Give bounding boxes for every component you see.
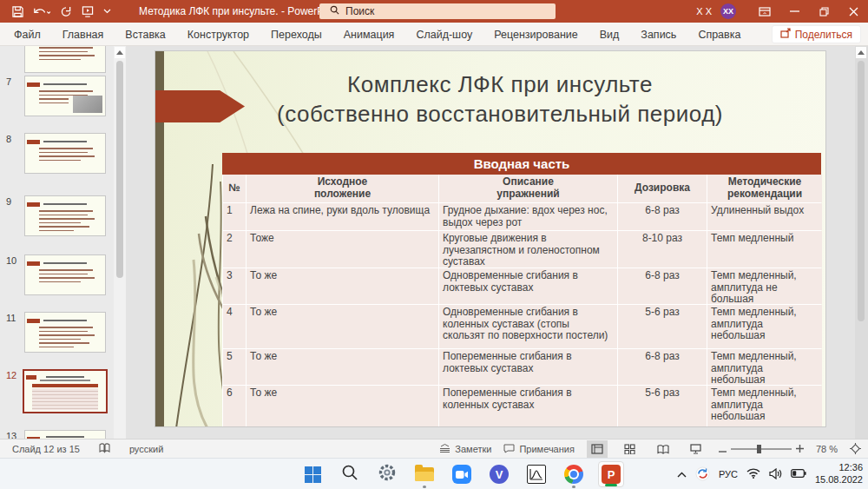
avatar[interactable]: XX <box>720 3 736 19</box>
thumbnail-content-line <box>46 376 84 378</box>
thumbnail-content-line <box>27 261 40 266</box>
start-slideshow-icon[interactable] <box>82 6 94 17</box>
thumbnail-content-line <box>39 90 93 92</box>
start-button[interactable] <box>299 461 326 487</box>
notes-button[interactable]: Заметки <box>439 444 491 455</box>
table-cell: То же <box>247 386 438 427</box>
zoom-slider[interactable] <box>731 448 792 450</box>
thumbnail-scrollbar[interactable] <box>114 46 126 439</box>
zoom-level[interactable]: 78 % <box>816 444 838 454</box>
comments-button[interactable]: Примечания <box>503 444 575 455</box>
folder-icon <box>415 467 434 481</box>
slide-number-indicator[interactable]: Слайд 12 из 15 <box>12 444 80 454</box>
v-app-button[interactable]: V <box>486 461 512 487</box>
reading-view-button[interactable] <box>653 440 674 458</box>
tray-chevron-icon[interactable] <box>677 469 687 479</box>
thumbnail-number-13: 13 <box>6 431 16 439</box>
close-button[interactable] <box>838 0 868 23</box>
scroll-up-icon[interactable] <box>115 47 125 58</box>
slide-thumbnail-11[interactable] <box>24 312 106 353</box>
thumbnail-content-line <box>39 230 74 232</box>
slide-thumbnail-panel: 78910111213 <box>0 46 114 439</box>
zoom-app-button[interactable] <box>449 461 475 487</box>
slide-thumbnail-9[interactable] <box>24 195 106 236</box>
customize-qat-icon[interactable] <box>103 9 111 14</box>
ribbon-tab-7[interactable]: Слайд-шоу <box>416 29 472 41</box>
ribbon-tab-11[interactable]: Справка <box>698 29 740 41</box>
search-box[interactable]: Поиск <box>319 3 556 19</box>
fit-slide-icon[interactable] <box>850 443 861 456</box>
thumbnail-content-line <box>39 51 88 53</box>
slide-thumbnail-12[interactable] <box>23 369 108 413</box>
slideshow-view-button[interactable] <box>686 440 707 458</box>
ribbon-tab-2[interactable]: Главная <box>62 29 104 41</box>
thumbnail-content-line <box>27 140 40 144</box>
exercise-table[interactable]: Вводная часть №Исходное положениеОписани… <box>222 153 821 427</box>
sync-tray-icon[interactable] <box>695 466 710 483</box>
minimize-button[interactable] <box>779 0 809 23</box>
taskbar: V P РУС 12:36 15.08.2022 <box>0 458 868 489</box>
share-button[interactable]: Поделиться <box>772 25 861 43</box>
normal-view-button[interactable] <box>587 440 608 458</box>
ribbon-tab-10[interactable]: Запись <box>641 29 676 41</box>
slide-thumbnail-13[interactable] <box>24 430 106 439</box>
thumbnail-content-line <box>39 274 88 275</box>
scrollbar-thumb[interactable] <box>858 61 865 321</box>
notes-icon <box>439 444 450 455</box>
thumbnail-content-line <box>40 380 90 381</box>
save-icon[interactable] <box>12 6 23 17</box>
tray-language[interactable]: РУС <box>719 469 738 479</box>
powerpoint-button[interactable]: P <box>598 461 624 487</box>
thumbnail-content-line <box>43 320 87 321</box>
table-banner: Вводная часть <box>222 153 821 175</box>
ribbon-tab-5[interactable]: Переходы <box>271 29 322 41</box>
taskbar-search-button[interactable] <box>337 461 363 487</box>
slide-sorter-view-button[interactable] <box>620 440 641 458</box>
file-explorer-button[interactable] <box>411 461 437 487</box>
undo-icon[interactable] <box>33 6 50 17</box>
thumbnail-content-line <box>39 47 93 49</box>
slide-thumbnail[interactable] <box>24 46 106 73</box>
table-cell: То же <box>247 305 438 348</box>
thumbnail-number-8: 8 <box>6 134 11 144</box>
table-cell: Темп медленный, амплитуда небольшая <box>707 386 822 427</box>
gear-icon <box>378 463 397 486</box>
ribbon-tab-1[interactable]: Файл <box>14 29 41 41</box>
thumbnail-content-line <box>39 155 95 157</box>
zoom-in-icon[interactable] <box>796 444 804 454</box>
restore-button[interactable] <box>809 0 838 23</box>
slide-title[interactable]: Комплекс ЛФК при инсульте (собственно во… <box>190 70 810 129</box>
thumbnail-content-line <box>39 342 89 344</box>
ribbon-display-options-icon[interactable] <box>750 0 779 23</box>
table-cell: 2 <box>223 231 246 268</box>
chrome-button[interactable] <box>561 461 587 487</box>
ribbon-tab-6[interactable]: Анимация <box>344 29 395 41</box>
language-indicator[interactable]: русский <box>129 444 163 454</box>
battery-icon[interactable] <box>791 469 806 479</box>
ribbon-tab-4[interactable]: Конструктор <box>187 29 249 41</box>
volume-icon[interactable] <box>769 468 782 481</box>
zoom-out-icon[interactable] <box>719 444 727 454</box>
table-cell: 6-8 раз <box>618 349 707 385</box>
ribbon-tab-9[interactable]: Вид <box>600 29 620 41</box>
redo-icon[interactable] <box>60 6 72 17</box>
thumbnail-content-line <box>39 210 93 212</box>
taskbar-clock[interactable]: 12:36 15.08.2022 <box>815 462 863 486</box>
scrollbar-thumb[interactable] <box>116 61 123 278</box>
table-cell: То же <box>247 268 438 304</box>
thumbnail-content-line <box>39 218 95 220</box>
slide-thumbnail-10[interactable] <box>24 254 106 295</box>
slide-scrollbar[interactable] <box>855 46 868 439</box>
ribbon-tab-3[interactable]: Вставка <box>125 29 165 41</box>
chart-app-button[interactable] <box>523 461 549 487</box>
ribbon-tab-8[interactable]: Рецензирование <box>494 29 578 41</box>
zoom-slider-handle[interactable] <box>757 445 761 453</box>
scroll-up-icon[interactable] <box>856 47 866 58</box>
table-cell: Попеременные сгибания в локтевых сустава… <box>439 349 617 385</box>
wifi-icon[interactable] <box>746 468 760 480</box>
slide-thumbnail-8[interactable] <box>24 133 106 174</box>
slide[interactable]: Комплекс ЛФК при инсульте (собственно во… <box>155 50 826 427</box>
spellcheck-icon[interactable] <box>99 443 110 455</box>
settings-button[interactable] <box>374 461 400 487</box>
slide-thumbnail-7[interactable] <box>24 76 106 116</box>
